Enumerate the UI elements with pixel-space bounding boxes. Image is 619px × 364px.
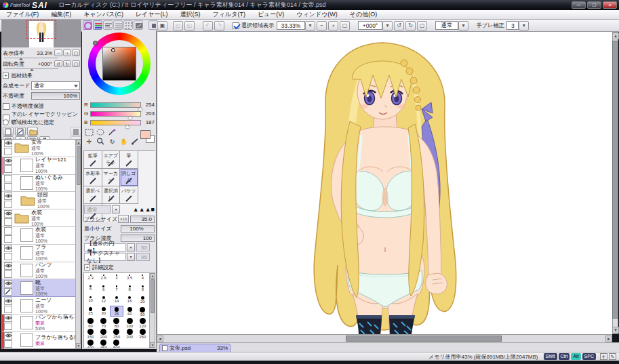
- brush-preset-10[interactable]: 10: [84, 295, 97, 306]
- rgb-slider-tab[interactable]: [93, 20, 102, 30]
- brush-preset-8[interactable]: 8: [123, 284, 136, 295]
- layer-lock-box[interactable]: [4, 183, 12, 190]
- blend-mode-select[interactable]: 通常: [31, 81, 80, 90]
- brush-preset-450[interactable]: 450: [97, 338, 110, 348]
- navigator-preview[interactable]: [1, 20, 81, 47]
- rotation-reset-button[interactable]: ▢: [417, 21, 427, 31]
- nav-rotation-slider-thumb[interactable]: [30, 68, 34, 71]
- menu-item-4[interactable]: 選択(S): [174, 10, 207, 19]
- menu-item-7[interactable]: ウィンドウ(W): [290, 10, 344, 19]
- layer-row-パンツ[interactable]: パンツ通常100%: [2, 262, 75, 280]
- menu-item-5[interactable]: フィルタ(T): [207, 10, 252, 19]
- layer-thumbnail[interactable]: [20, 246, 33, 260]
- sv-marker[interactable]: [111, 48, 115, 52]
- nav-zoom-slider[interactable]: [4, 58, 58, 58]
- brush-preset-200[interactable]: 200: [97, 327, 110, 338]
- menu-item-3[interactable]: レイヤー(L): [129, 10, 174, 19]
- tool-選択消し[interactable]: 選択消し: [102, 186, 121, 204]
- eyedropper-tool[interactable]: [130, 138, 140, 146]
- layer-lock-box[interactable]: [4, 235, 12, 243]
- brush-preset-14[interactable]: 14: [110, 295, 123, 306]
- brush-preset-16[interactable]: 16: [123, 295, 136, 306]
- hue-marker[interactable]: [93, 41, 98, 45]
- layer-visibility-toggle[interactable]: [4, 175, 12, 182]
- brush-preset-5[interactable]: 5: [84, 284, 97, 295]
- layer-thumbnail[interactable]: [20, 176, 33, 190]
- density-slider[interactable]: 100: [121, 235, 155, 242]
- b-slider-thumb[interactable]: [125, 125, 129, 128]
- brush-preset-20[interactable]: 20: [136, 295, 149, 306]
- layer-row-ぬいぐるみ[interactable]: ぬいぐるみ通常100%: [2, 175, 75, 193]
- brush-preset-4[interactable]: 4: [136, 273, 149, 284]
- rotation-value-box[interactable]: +000°: [358, 21, 382, 30]
- layer-row-パンツから落ちる..[interactable]: パンツから落ちる..乗算53%: [2, 315, 75, 332]
- menu-item-6[interactable]: ビュー(V): [252, 10, 290, 19]
- layer-thumbnail[interactable]: [20, 264, 33, 277]
- color-wheel-tab[interactable]: [83, 20, 92, 30]
- new-linework-layer-button[interactable]: [15, 127, 26, 136]
- layer-row-靴[interactable]: 靴通常100%: [2, 279, 75, 297]
- layer-thumbnail[interactable]: [20, 316, 33, 329]
- brush-preset-70[interactable]: 70: [97, 317, 110, 327]
- new-layer-set-button[interactable]: [27, 127, 38, 136]
- paint-mode-select[interactable]: 通常: [435, 21, 458, 30]
- selection-source-radio[interactable]: [3, 119, 9, 125]
- saturation-value-box[interactable]: [102, 47, 136, 81]
- stabilizer-menu-button[interactable]: ▾: [519, 21, 529, 31]
- layer-visibility-toggle[interactable]: [4, 245, 12, 252]
- layer-lock-box[interactable]: [4, 306, 12, 313]
- zoom-in-button[interactable]: ＋: [328, 21, 338, 31]
- new-layer-button[interactable]: [3, 127, 14, 136]
- layer-lock-box[interactable]: [4, 201, 12, 208]
- brush-shape-menu-button[interactable]: ▾: [127, 243, 135, 251]
- preserve-opacity-checkbox[interactable]: [3, 103, 9, 110]
- rotate-ccw-button[interactable]: ↺: [394, 21, 404, 31]
- brush-preset-40[interactable]: 40: [123, 306, 136, 317]
- tool-鉛筆[interactable]: 鉛筆: [84, 151, 102, 169]
- brush-preset-500[interactable]: 500: [110, 338, 123, 348]
- brush-preset-300[interactable]: 300: [123, 327, 136, 338]
- brush-preset-2.3[interactable]: 2.3: [84, 273, 97, 284]
- canvas-vscrollbar-thumb[interactable]: [612, 41, 618, 319]
- brush-preset-35[interactable]: 35: [110, 306, 123, 317]
- b-slider[interactable]: [90, 120, 141, 125]
- layer-visibility-toggle[interactable]: [4, 157, 12, 165]
- color-mixer-tab[interactable]: [113, 20, 123, 30]
- tool-選択ペン[interactable]: 選択ペン: [84, 186, 102, 204]
- magic-wand-tool[interactable]: [107, 129, 117, 138]
- hsv-slider-tab[interactable]: [103, 20, 113, 30]
- tool-バケツ[interactable]: バケツ: [120, 186, 138, 204]
- paper-effect-expand-button[interactable]: +: [3, 73, 9, 79]
- zoom-value-box[interactable]: 33.33%: [277, 21, 305, 30]
- layer-row-ニーソ[interactable]: ニーソ通常100%: [2, 297, 75, 315]
- foreground-color-swatch[interactable]: [140, 130, 151, 139]
- brush-preset-60[interactable]: 60: [84, 317, 97, 327]
- layer-visibility-toggle[interactable]: [4, 262, 12, 270]
- brush-preset-250[interactable]: 250: [110, 327, 123, 338]
- layer-lock-box[interactable]: [4, 165, 12, 173]
- brush-preset-100[interactable]: 100: [123, 317, 136, 327]
- brush-preset-12[interactable]: 12: [97, 295, 110, 306]
- brush-preset-25[interactable]: 25: [84, 306, 97, 317]
- layer-lock-box[interactable]: [4, 218, 12, 226]
- decrement-selection-button[interactable]: ◱: [184, 21, 195, 31]
- edge-mode-select[interactable]: 通常: [84, 205, 111, 214]
- layer-thumbnail[interactable]: [20, 228, 33, 242]
- stabilizer-value[interactable]: 3: [506, 21, 519, 30]
- move-tool[interactable]: ✛: [84, 138, 94, 146]
- brush-preset-2.6[interactable]: 2.6: [97, 273, 110, 284]
- brush-preset-400[interactable]: 400: [84, 338, 97, 348]
- tool-水彩筆[interactable]: 水彩筆: [84, 169, 102, 186]
- brush-preset-30[interactable]: 30: [97, 306, 110, 317]
- menu-item-2[interactable]: キャンバス(C): [77, 10, 129, 19]
- redo-selection-button[interactable]: ↷: [214, 21, 224, 31]
- layer-lock-box[interactable]: [4, 148, 12, 155]
- layer-thumbnail[interactable]: [20, 299, 33, 312]
- hand-tool[interactable]: ✋: [119, 138, 129, 146]
- layer-row-レイヤー121[interactable]: レイヤー121通常100%: [2, 157, 75, 175]
- menu-item-8[interactable]: その他(O): [344, 10, 383, 19]
- layer-lock-box[interactable]: [4, 270, 12, 278]
- layer-row-頭部[interactable]: 頭部通常100%: [2, 192, 75, 209]
- brush-texture-select[interactable]: 【テクスチャなし】: [84, 253, 126, 261]
- menu-item-1[interactable]: 編集(E): [45, 10, 77, 19]
